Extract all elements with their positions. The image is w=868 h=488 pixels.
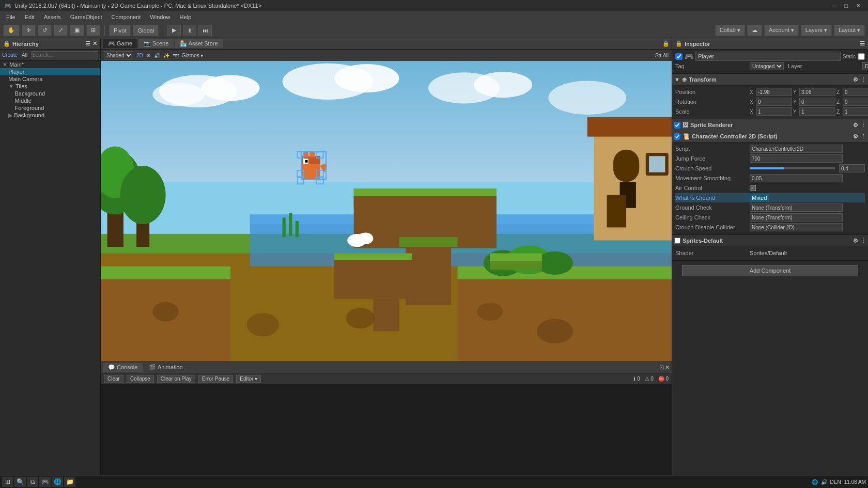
scale-x-field[interactable] <box>756 107 792 116</box>
crouch-speed-field[interactable] <box>839 164 865 172</box>
transform-header[interactable]: ▼ ⊕ Transform ⚙ ⋮ <box>672 74 868 85</box>
script-field[interactable] <box>750 145 843 153</box>
step-btn[interactable]: ⏭ <box>198 25 212 36</box>
sprite-renderer-header[interactable]: 🖼 Sprite Renderer ⚙ ⋮ <box>672 119 868 131</box>
static-checkbox[interactable] <box>858 53 865 60</box>
rotate-tool-btn[interactable]: ↺ <box>38 25 52 36</box>
hierarchy-item-tiles[interactable]: ▼ Tiles <box>0 83 100 90</box>
hierarchy-item-middle[interactable]: Middle <box>0 97 100 104</box>
cc-overflow-icon[interactable]: ⋮ <box>860 133 866 140</box>
tab-game[interactable]: 🎮 Game <box>103 39 137 48</box>
menu-assets[interactable]: Assets <box>40 13 65 21</box>
sprites-overflow-icon[interactable]: ⋮ <box>860 238 866 244</box>
cloud-btn[interactable]: ☁ <box>747 25 762 36</box>
sprite-renderer-overflow-icon[interactable]: ⋮ <box>860 122 866 129</box>
jump-force-field[interactable] <box>750 154 843 163</box>
camera-icon[interactable]: 📷 <box>173 53 179 58</box>
console-info-icon[interactable]: ℹ 0 <box>633 376 640 382</box>
pos-z-field[interactable] <box>843 88 868 96</box>
tab-scene[interactable]: 📷 Scene <box>138 39 174 48</box>
rot-z-field[interactable] <box>843 98 868 106</box>
hierarchy-close-icon[interactable]: ✕ <box>92 40 97 47</box>
str-all-btn[interactable]: Str All <box>655 53 669 58</box>
pos-x-field[interactable] <box>756 88 792 96</box>
sprites-default-header[interactable]: Sprites-Default ⚙ ⋮ <box>672 235 868 246</box>
close-btn[interactable]: ✕ <box>853 3 864 9</box>
move-tool-btn[interactable]: ✛ <box>22 25 36 36</box>
hand-tool-btn[interactable]: ✋ <box>3 25 20 36</box>
inspector-menu-icon[interactable]: ☰ <box>860 40 865 47</box>
ceiling-check-field[interactable] <box>750 213 843 222</box>
crouch-disable-field[interactable] <box>750 223 843 231</box>
menu-component[interactable]: Component <box>107 13 145 21</box>
menu-edit[interactable]: Edit <box>21 13 39 21</box>
menu-gameobject[interactable]: GameObject <box>66 13 106 21</box>
what-is-ground-dropdown[interactable]: Mixed <box>750 194 769 202</box>
all-btn[interactable]: All <box>22 52 27 58</box>
pivot-btn[interactable]: Pivot <box>109 25 131 36</box>
ground-check-field[interactable] <box>750 203 843 212</box>
transform-settings-icon[interactable]: ⚙ <box>853 76 858 83</box>
play-btn[interactable]: ▶ <box>167 25 181 36</box>
character-controller-header[interactable]: 📜 Character Controller 2D (Script) ⚙ ⋮ <box>672 131 868 142</box>
editor-btn[interactable]: Editor ▾ <box>236 375 261 383</box>
player-active-checkbox[interactable] <box>675 53 683 60</box>
dimension-2d[interactable]: 2D <box>136 53 143 58</box>
add-component-btn[interactable]: Add Component <box>682 265 858 276</box>
menu-window[interactable]: Window <box>146 13 174 21</box>
chrome-taskbar-btn[interactable]: 🌐 <box>52 477 63 487</box>
scale-tool-btn[interactable]: ⤢ <box>54 25 68 36</box>
fx-icon[interactable]: ✨ <box>163 53 169 58</box>
pause-btn[interactable]: ⏸ <box>183 25 196 36</box>
minimize-btn[interactable]: ─ <box>829 3 840 9</box>
player-name-field[interactable] <box>695 52 841 61</box>
shading-mode-select[interactable]: Shaded <box>104 51 133 59</box>
error-pause-btn[interactable]: Error Pause <box>198 375 233 383</box>
sprites-settings-icon[interactable]: ⚙ <box>853 238 858 244</box>
layer-select[interactable]: Default <box>862 62 868 70</box>
transform-tool-btn[interactable]: ⊞ <box>86 25 100 36</box>
hierarchy-item-main[interactable]: ▼ Main* <box>0 61 100 68</box>
account-btn[interactable]: Account ▾ <box>764 25 799 36</box>
search-btn[interactable]: 🔍 <box>14 477 26 487</box>
collab-btn[interactable]: Collab ▾ <box>715 25 745 36</box>
maximize-btn[interactable]: □ <box>841 3 851 9</box>
global-btn[interactable]: Global <box>133 25 159 36</box>
menu-help[interactable]: Help <box>175 13 195 21</box>
sprite-renderer-checkbox[interactable] <box>674 122 680 129</box>
explorer-taskbar-btn[interactable]: 📁 <box>64 477 75 487</box>
windows-btn[interactable]: ⊞ <box>2 477 13 487</box>
cc-checkbox[interactable] <box>674 133 680 140</box>
tab-asset-store[interactable]: 🏪 Asset Store <box>175 39 223 48</box>
transform-overflow-icon[interactable]: ⋮ <box>860 76 866 83</box>
scale-y-field[interactable] <box>799 107 835 116</box>
hierarchy-item-background2[interactable]: ▶ Background <box>0 112 100 119</box>
hierarchy-menu-icon[interactable]: ☰ <box>85 40 90 47</box>
crouch-speed-slider[interactable] <box>750 167 835 169</box>
rect-tool-btn[interactable]: ▣ <box>70 25 84 36</box>
console-warn-icon[interactable]: ⚠ 0 <box>645 376 654 382</box>
layers-btn[interactable]: Layers ▾ <box>801 25 832 36</box>
hierarchy-item-foreground[interactable]: Foreground <box>0 104 100 112</box>
gizmos-btn[interactable]: Gizmos ▾ <box>182 53 204 58</box>
sprite-renderer-settings-icon[interactable]: ⚙ <box>853 122 858 129</box>
console-error-icon[interactable]: ⛔ 0 <box>658 376 669 382</box>
hierarchy-item-player[interactable]: Player <box>0 68 100 75</box>
clear-btn[interactable]: Clear <box>104 375 123 383</box>
cc-settings-icon[interactable]: ⚙ <box>853 133 858 140</box>
rot-x-field[interactable] <box>756 98 792 106</box>
tab-console[interactable]: 💬 Console <box>103 363 143 372</box>
tag-select[interactable]: Untagged <box>750 62 784 70</box>
movement-smoothing-field[interactable] <box>750 174 843 182</box>
rot-y-field[interactable] <box>799 98 835 106</box>
bottom-close-icon[interactable]: ✕ <box>665 364 670 371</box>
hierarchy-search[interactable] <box>32 51 98 59</box>
pos-y-field[interactable] <box>799 88 835 96</box>
hierarchy-item-maincamera[interactable]: Main Camera <box>0 75 100 83</box>
collapse-btn[interactable]: Collapse <box>127 375 154 383</box>
lighting-icon[interactable]: ☀ <box>146 53 151 58</box>
audio-icon[interactable]: 🔊 <box>154 53 160 58</box>
menu-file[interactable]: File <box>2 13 20 21</box>
clear-on-play-btn[interactable]: Clear on Play <box>157 375 195 383</box>
hierarchy-item-background1[interactable]: Background <box>0 90 100 97</box>
